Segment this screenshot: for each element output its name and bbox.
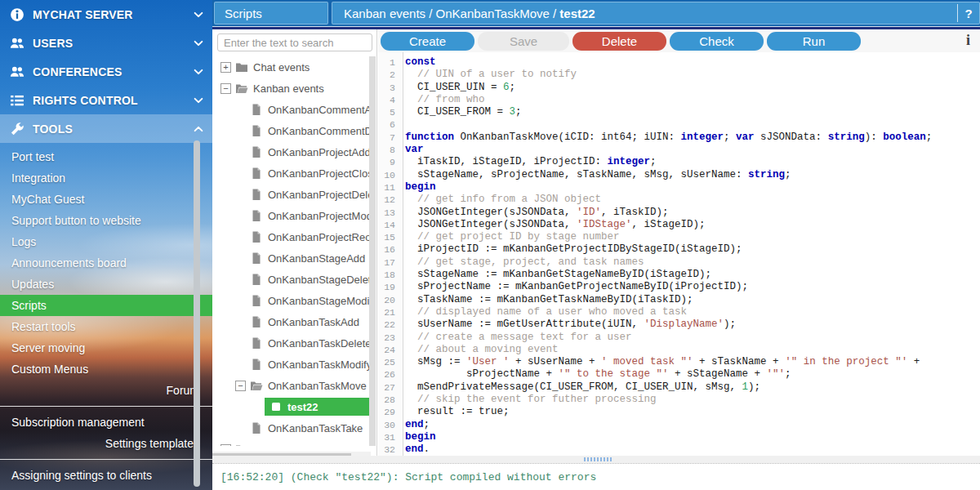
tree-item-kanban-events[interactable]: −Kanban events	[212, 78, 371, 99]
wrench-icon	[10, 122, 24, 136]
sidebar-item-mychat-guest[interactable]: MyChat Guest	[0, 189, 212, 210]
tree-item-onkanbantaskmove[interactable]: −OnKanbanTaskMove	[212, 375, 371, 396]
line-number: 11	[378, 181, 399, 194]
sidebar-divider	[0, 459, 212, 460]
tree-item-label: Kanban events	[253, 82, 324, 95]
line-number: 7	[378, 131, 399, 144]
sidebar-item-conferences[interactable]: CONFERENCES	[0, 57, 212, 86]
tree-item-chat-events[interactable]: +Chat events	[212, 56, 371, 78]
sidebar-item-label: RIGHTS CONTROL	[33, 94, 193, 107]
tree-expander-minus-icon[interactable]: −	[235, 381, 246, 391]
editor-toolbar: CreateSaveDeleteCheckRuni	[378, 29, 980, 52]
sidebar-item-support-button-to-website[interactable]: Support button to website	[0, 210, 212, 231]
tree-item-onkanbantaskmodify[interactable]: OnKanbanTaskModify	[212, 354, 371, 375]
tree-item-onkanbanprojectadd[interactable]: OnKanbanProjectAdd	[212, 141, 371, 163]
tab-scripts[interactable]: Scripts	[214, 2, 328, 24]
code-text: function OnKanbanTaskMove(iCID: int64; i…	[399, 131, 932, 144]
code-line: 23 // create a message text for a user	[378, 332, 980, 344]
code-line: 5 CI_USER_FROM = 3;	[378, 106, 980, 118]
breadcrumb-box: Kanban events / OnKanbanTaskMove / test2…	[332, 2, 980, 24]
line-number: 27	[378, 381, 399, 394]
sidebar-item-server-moving[interactable]: Server moving	[0, 337, 212, 359]
sidebar-item-tools[interactable]: TOOLS	[0, 114, 212, 143]
sidebar-item-label: USERS	[33, 37, 193, 50]
code-text: JSONGetInteger(sJSONData, 'IDStage', iSt…	[399, 219, 706, 231]
code-line: 3 CI_USER_UIN = 6;	[378, 82, 980, 94]
tree-item-label: OnKanbanStageDelete	[268, 274, 371, 286]
line-number: 13	[378, 207, 399, 219]
tree-item-onkanbanstageadd[interactable]: OnKanbanStageAdd	[212, 247, 371, 269]
sidebar-item-forum[interactable]: Forum	[0, 380, 212, 401]
sidebar-item-port-test[interactable]: Port test	[0, 146, 212, 167]
code-line: 2 // UIN of a user to notify	[378, 69, 980, 81]
sidebar-item-updates[interactable]: Updates	[0, 274, 212, 295]
code-editor[interactable]: 1const2 // UIN of a user to notify3 CI_U…	[378, 52, 980, 456]
tree-item-onkanbancommentdel[interactable]: OnKanbanCommentDel	[212, 120, 371, 141]
sidebar-item-label: MYCHAT SERVER	[33, 8, 193, 21]
users-icon	[10, 36, 24, 51]
code-text: sStageName := mKanbanGetStageNameByID(iS…	[399, 269, 711, 281]
search-input[interactable]	[217, 33, 372, 51]
code-text: sProjectName := mKanbanGetProjectNameByI…	[399, 281, 748, 293]
delete-button[interactable]: Delete	[572, 32, 666, 51]
tree-item-onkanbancommentadd[interactable]: OnKanbanCommentAdd	[212, 99, 371, 120]
sidebar-item-rights-control[interactable]: RIGHTS CONTROL	[0, 86, 212, 114]
sidebar-item-announcements-board[interactable]: Announcements board	[0, 252, 212, 274]
tree-item-label: OnKanbanTaskDelete	[268, 337, 371, 350]
run-button[interactable]: Run	[767, 32, 861, 51]
sidebar-item-scripts[interactable]: Scripts	[0, 295, 212, 316]
tree-expander-plus-icon[interactable]: +	[220, 444, 231, 447]
code-text	[399, 118, 405, 131]
tree-item-onkanbantaskadd[interactable]: OnKanbanTaskAdd	[212, 311, 371, 332]
sidebar-item-restart-tools[interactable]: Restart tools	[0, 316, 212, 337]
line-number: 16	[378, 243, 399, 256]
tree-item-onkanbanprojectreopen[interactable]: OnKanbanProjectReopen	[212, 226, 371, 247]
tree-item-onkanbantasktake[interactable]: OnKanbanTaskTake	[212, 417, 371, 439]
line-number: 10	[378, 169, 399, 181]
scripts-tree: +Chat events−Kanban eventsOnKanbanCommen…	[212, 56, 371, 446]
line-number: 21	[378, 306, 399, 318]
code-text: end.	[399, 443, 430, 456]
check-button[interactable]: Check	[670, 32, 764, 51]
sidebar-item-subscription-management[interactable]: Subscription management	[0, 412, 212, 433]
tree-item-onkanbanstagedelete[interactable]: OnKanbanStageDelete	[212, 269, 371, 290]
help-button[interactable]: ?	[958, 7, 979, 20]
tree-item-onkanbanprojectdelete[interactable]: OnKanbanProjectDelete	[212, 184, 371, 205]
sidebar-item-integration[interactable]: Integration	[0, 167, 212, 189]
splitter-grip[interactable]	[584, 457, 613, 461]
code-line: 20 sTaskName := mKanbanGetTaskNameByID(i…	[378, 294, 980, 306]
tree-item-test22[interactable]: test22	[212, 396, 371, 417]
sidebar-item-mychat-server[interactable]: MYCHAT SERVER	[0, 0, 212, 29]
tree-expander-plus-icon[interactable]: +	[220, 62, 231, 73]
tab-scripts-label: Scripts	[225, 7, 262, 20]
tree-item-onkanbanstagemodify[interactable]: OnKanbanStageModify	[212, 290, 371, 311]
script-info-icon[interactable]: i	[966, 32, 970, 49]
tree-item-label: OnKanbanProjectClose	[268, 167, 371, 180]
tree-item-user-defined-scripts[interactable]: +User defined scripts	[212, 439, 371, 446]
line-number: 22	[378, 318, 399, 331]
tree-vertical-scrollbar-thumb[interactable]	[369, 56, 376, 446]
tree-item-onkanbantaskdelete[interactable]: OnKanbanTaskDelete	[212, 332, 371, 354]
file-icon	[250, 188, 263, 201]
code-text: // skip the event for futher processing	[399, 394, 657, 406]
code-text: mSendPrivateMessage(CI_USER_FROM, CI_USE…	[399, 381, 760, 394]
sidebar-item-settings-templates[interactable]: Settings templates	[0, 433, 212, 454]
sidebar-scrollbar[interactable]	[194, 140, 200, 487]
tree-item-onkanbanprojectmodify[interactable]: OnKanbanProjectModify	[212, 205, 371, 226]
sidebar-item-custom-menus[interactable]: Custom Menus	[0, 359, 212, 380]
code-line: 29 result := true;	[378, 406, 980, 418]
tree-vertical-scrollbar[interactable]	[369, 56, 376, 446]
create-button[interactable]: Create	[381, 32, 474, 51]
line-number: 6	[378, 118, 399, 131]
tree-item-onkanbanprojectclose[interactable]: OnKanbanProjectClose	[212, 163, 371, 184]
sidebar-item-logs[interactable]: Logs	[0, 231, 212, 252]
code-text: sMsg := 'User ' + sUserName + ' moved ta…	[399, 356, 920, 368]
code-text: var	[399, 144, 424, 156]
sidebar-item-users[interactable]: USERS	[0, 29, 212, 57]
tree-item-label: Chat events	[253, 61, 310, 74]
save-button[interactable]: Save	[478, 32, 569, 51]
tree-expander-minus-icon[interactable]: −	[220, 83, 231, 94]
sidebar-item-assigning-settings-to-clients[interactable]: Assigning settings to clients	[0, 465, 212, 486]
code-text: sStageName, sProjectName, sTaskName, sMs…	[399, 169, 791, 181]
sidebar-item-client-settings-templates[interactable]: Client settings templates	[0, 486, 212, 490]
